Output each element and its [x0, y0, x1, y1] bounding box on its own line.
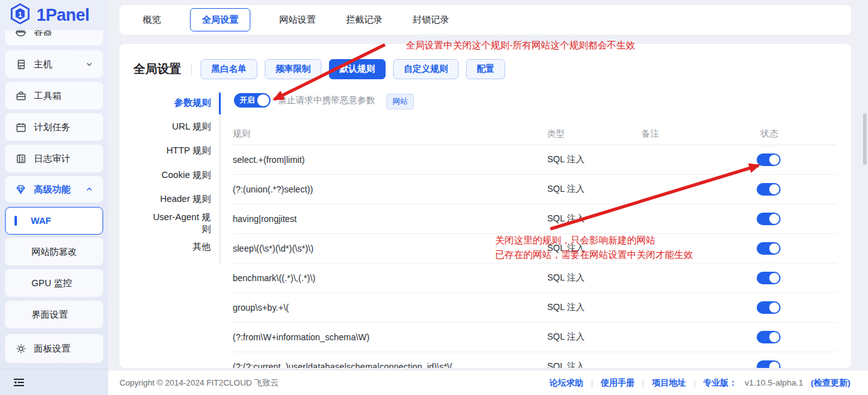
- active-indicator-bar: [14, 216, 17, 226]
- col-header-status: 状态: [757, 128, 837, 140]
- type-cell: SQL 注入: [547, 331, 642, 343]
- rule-cell: group\s+by.+\(: [233, 303, 547, 313]
- sidebar-item-waf[interactable]: WAF: [5, 207, 103, 235]
- rule-status-toggle[interactable]: [757, 301, 781, 314]
- collapse-sidebar-icon[interactable]: [13, 377, 25, 388]
- table-header-row: 规则 类型 备注 状态: [233, 123, 837, 145]
- toggle-description: 禁止请求中携带恶意参数: [278, 95, 375, 106]
- type-cell: SQL 注入: [547, 184, 642, 195]
- table-row: benchmark\((.*)\,(.*)\) SQL 注入: [233, 264, 837, 293]
- footer-separator: |: [693, 378, 696, 387]
- tab-global-settings[interactable]: 全局设置: [190, 8, 250, 31]
- tab-ban-records[interactable]: 封锁记录: [411, 9, 450, 31]
- rule-status-toggle[interactable]: [757, 331, 781, 343]
- col-header-rule: 规则: [233, 128, 547, 140]
- type-cell: SQL 注入: [547, 302, 642, 313]
- subnav-item-header-rules[interactable]: Header 规则: [145, 187, 211, 211]
- toggle-knob: [769, 155, 779, 165]
- toggle-knob: [769, 273, 779, 283]
- version-number: v1.10.5-alpha.1: [745, 378, 803, 387]
- footer: Copyright © 2014-2024 FIT2CLOUD 飞致云 论坛求助…: [108, 370, 868, 395]
- enable-toggle[interactable]: 开启: [234, 93, 270, 108]
- table-row: having|rongjitest SQL 注入: [233, 204, 837, 234]
- rule-status-toggle[interactable]: [757, 242, 781, 255]
- rule-status-toggle[interactable]: [757, 360, 781, 368]
- config-button[interactable]: 配置: [466, 59, 505, 79]
- sidebar-item-tamper-proof[interactable]: 网站防篡改: [5, 238, 103, 265]
- footer-separator: |: [642, 378, 645, 387]
- chevron-up-icon: [86, 186, 93, 193]
- sidebar-item-ui-settings[interactable]: 界面设置: [5, 301, 103, 328]
- subnav-separator: [220, 91, 221, 264]
- table-row: (?:from\W+information_schema\W) SQL 注入: [233, 323, 837, 352]
- sidebar-item-gpu-monitor[interactable]: GPU 监控: [5, 269, 103, 297]
- sidebar-footer: [0, 369, 108, 395]
- user-manual-link[interactable]: 使用手册: [601, 377, 635, 389]
- sidebar-item-cron[interactable]: 计划任务: [5, 113, 103, 141]
- sidebar-item-panel-settings[interactable]: 面板设置: [5, 334, 103, 363]
- sidebar-item-label: 工具箱: [34, 90, 62, 102]
- sidebar-item-label: 网站防篡改: [31, 246, 77, 258]
- sidebar: 容器 1 1Panel 主机 工具箱: [0, 0, 108, 395]
- page-title: 全局设置: [133, 61, 181, 77]
- subnav-item-url-rules[interactable]: URL 规则: [145, 114, 211, 138]
- annotation-note-local: 关闭这里的规则，只会影响新建的网站 已存在的网站，需要在网站设置中关闭才能生效: [495, 233, 693, 262]
- rule-cell: having|rongjitest: [233, 214, 547, 224]
- toggle-knob: [769, 303, 779, 313]
- sidebar-item-toolbox[interactable]: 工具箱: [5, 82, 103, 109]
- tab-overview[interactable]: 概览: [142, 9, 162, 31]
- blacklist-whitelist-button[interactable]: 黑白名单: [201, 59, 257, 79]
- type-cell: SQL 注入: [547, 361, 642, 368]
- rate-limit-button[interactable]: 频率限制: [265, 59, 321, 79]
- tab-website-settings[interactable]: 网站设置: [278, 9, 317, 31]
- chevron-down-icon: [86, 60, 93, 68]
- tab-bar: 概览 全局设置 网站设置 拦截记录 封锁记录: [120, 5, 851, 35]
- subnav-item-cookie-rules[interactable]: Cookie 规则: [145, 163, 211, 187]
- rule-category-nav: 参数规则 URL 规则 HTTP 规则 Cookie 规则 Header 规则 …: [145, 91, 211, 259]
- sidebar-item-host[interactable]: 主机: [5, 50, 103, 78]
- check-update-link[interactable]: (检查更新): [811, 377, 850, 389]
- gear-icon: [15, 343, 26, 354]
- project-url-link[interactable]: 项目地址: [652, 377, 686, 389]
- type-cell: SQL 注入: [547, 154, 642, 165]
- toggle-knob: [257, 94, 269, 106]
- main-content-card: 全局设置 黑白名单 频率限制 默认规则 自定义规则 配置 参数规则 URL 规则…: [120, 44, 851, 368]
- table-row: (?:(union(.*?)select)) SQL 注入: [233, 175, 837, 204]
- sidebar-item-logs[interactable]: 日志审计: [5, 145, 103, 172]
- toggle-knob: [769, 214, 779, 224]
- toggle-knob: [769, 332, 779, 342]
- vertical-scrollbar[interactable]: [863, 113, 867, 165]
- tab-block-records[interactable]: 拦截记录: [345, 9, 384, 31]
- brand-name: 1Panel: [36, 6, 89, 25]
- toggle-knob: [769, 184, 779, 194]
- toggle-knob: [769, 243, 779, 253]
- custom-rules-button[interactable]: 自定义规则: [393, 59, 459, 79]
- rule-status-toggle[interactable]: [757, 213, 781, 225]
- toggle-label: 开启: [240, 95, 255, 106]
- footer-separator: |: [591, 378, 593, 387]
- sidebar-item-label: 面板设置: [34, 343, 70, 355]
- subnav-item-http-rules[interactable]: HTTP 规则: [145, 139, 211, 163]
- site-tag: 网站: [386, 94, 414, 109]
- subnav-item-param-rules[interactable]: 参数规则: [145, 91, 211, 114]
- log-icon: [15, 153, 26, 164]
- rule-status-toggle[interactable]: [757, 183, 781, 196]
- app-logo[interactable]: 1 1Panel: [0, 0, 108, 30]
- subnav-item-user-agent-rules[interactable]: User-Agent 规则: [145, 211, 211, 235]
- sidebar-item-advanced[interactable]: 高级功能: [5, 176, 103, 203]
- copyright-text: Copyright © 2014-2024 FIT2CLOUD 飞致云: [120, 377, 279, 389]
- sidebar-item-label: WAF: [31, 216, 51, 226]
- pro-version-label: 专业版：: [703, 377, 737, 389]
- rule-status-toggle[interactable]: [757, 153, 781, 166]
- sidebar-item-label: 高级功能: [34, 184, 70, 196]
- sidebar-item-label: 主机: [34, 58, 52, 70]
- subnav-item-other[interactable]: 其他: [145, 235, 211, 259]
- subnav-active-indicator: [219, 92, 221, 114]
- rule-status-toggle[interactable]: [757, 272, 781, 284]
- forum-help-link[interactable]: 论坛求助: [549, 377, 583, 389]
- type-cell: SQL 注入: [547, 213, 642, 225]
- table-row: (?:(?:current_)user|database|schema|conn…: [233, 352, 837, 368]
- annotation-note-global: 全局设置中关闭这个规则-所有网站这个规则都会不生效: [406, 38, 635, 52]
- sidebar-item-label: 界面设置: [31, 309, 68, 321]
- default-rules-button[interactable]: 默认规则: [329, 59, 386, 79]
